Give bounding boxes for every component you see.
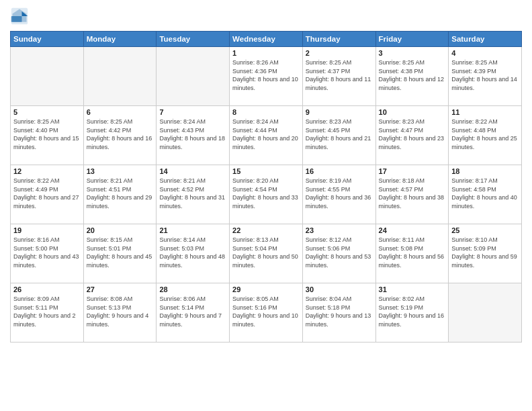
day-info: Sunrise: 8:15 AMSunset: 5:01 PMDaylight:… [87, 236, 154, 269]
calendar-cell [449, 283, 522, 342]
day-number: 4 [451, 49, 519, 57]
day-info: Sunrise: 8:24 AMSunset: 4:43 PMDaylight:… [159, 118, 226, 151]
day-number: 10 [379, 108, 446, 116]
day-info: Sunrise: 8:09 AMSunset: 5:11 PMDaylight:… [13, 295, 81, 328]
day-number: 31 [379, 285, 446, 293]
day-info: Sunrise: 8:16 AMSunset: 5:00 PMDaylight:… [13, 236, 81, 269]
day-number: 26 [13, 285, 81, 293]
day-number: 25 [451, 226, 519, 234]
calendar-cell: 2Sunrise: 8:25 AMSunset: 4:37 PMDaylight… [302, 47, 375, 106]
logo [10, 7, 32, 26]
calendar-header-row: SundayMondayTuesdayWednesdayThursdayFrid… [11, 32, 522, 47]
calendar-day-header: Sunday [11, 32, 84, 47]
calendar-week-row: 26Sunrise: 8:09 AMSunset: 5:11 PMDayligh… [11, 283, 522, 342]
day-number: 15 [232, 167, 300, 175]
day-info: Sunrise: 8:10 AMSunset: 5:09 PMDaylight:… [451, 236, 519, 269]
calendar-cell [157, 47, 230, 106]
day-number: 20 [87, 226, 154, 234]
page: SundayMondayTuesdayWednesdayThursdayFrid… [0, 0, 532, 411]
day-info: Sunrise: 8:05 AMSunset: 5:16 PMDaylight:… [232, 295, 300, 328]
day-number: 1 [232, 49, 300, 57]
calendar-cell: 31Sunrise: 8:02 AMSunset: 5:19 PMDayligh… [375, 283, 449, 342]
day-info: Sunrise: 8:13 AMSunset: 5:04 PMDaylight:… [232, 236, 300, 269]
calendar-cell: 22Sunrise: 8:13 AMSunset: 5:04 PMDayligh… [230, 224, 303, 283]
calendar-cell [11, 47, 84, 106]
day-info: Sunrise: 8:02 AMSunset: 5:19 PMDaylight:… [379, 295, 446, 328]
day-info: Sunrise: 8:11 AMSunset: 5:08 PMDaylight:… [379, 236, 446, 269]
day-info: Sunrise: 8:04 AMSunset: 5:18 PMDaylight:… [306, 295, 373, 328]
day-info: Sunrise: 8:22 AMSunset: 4:48 PMDaylight:… [451, 118, 519, 151]
day-number: 2 [306, 49, 373, 57]
calendar-cell: 23Sunrise: 8:12 AMSunset: 5:06 PMDayligh… [302, 224, 375, 283]
svg-rect-3 [11, 16, 22, 22]
calendar-cell: 20Sunrise: 8:15 AMSunset: 5:01 PMDayligh… [83, 224, 157, 283]
calendar-cell: 30Sunrise: 8:04 AMSunset: 5:18 PMDayligh… [302, 283, 375, 342]
calendar-week-row: 19Sunrise: 8:16 AMSunset: 5:00 PMDayligh… [11, 224, 522, 283]
day-info: Sunrise: 8:21 AMSunset: 4:52 PMDaylight:… [159, 177, 226, 210]
calendar-week-row: 12Sunrise: 8:22 AMSunset: 4:49 PMDayligh… [11, 165, 522, 224]
day-number: 18 [451, 167, 519, 175]
calendar-cell: 1Sunrise: 8:26 AMSunset: 4:36 PMDaylight… [230, 47, 303, 106]
day-number: 13 [87, 167, 154, 175]
day-number: 27 [87, 285, 154, 293]
day-number: 28 [159, 285, 226, 293]
calendar-cell: 15Sunrise: 8:20 AMSunset: 4:54 PMDayligh… [230, 165, 303, 224]
day-number: 30 [306, 285, 373, 293]
calendar-cell [83, 47, 157, 106]
day-info: Sunrise: 8:17 AMSunset: 4:58 PMDaylight:… [451, 177, 519, 210]
calendar-day-header: Wednesday [230, 32, 303, 47]
calendar-day-header: Monday [83, 32, 157, 47]
day-number: 7 [159, 108, 226, 116]
calendar-cell: 9Sunrise: 8:23 AMSunset: 4:45 PMDaylight… [302, 106, 375, 165]
calendar-cell: 8Sunrise: 8:24 AMSunset: 4:44 PMDaylight… [230, 106, 303, 165]
day-number: 23 [306, 226, 373, 234]
calendar-cell: 29Sunrise: 8:05 AMSunset: 5:16 PMDayligh… [230, 283, 303, 342]
calendar-table: SundayMondayTuesdayWednesdayThursdayFrid… [10, 31, 522, 342]
calendar-cell: 16Sunrise: 8:19 AMSunset: 4:55 PMDayligh… [302, 165, 375, 224]
calendar-cell: 11Sunrise: 8:22 AMSunset: 4:48 PMDayligh… [449, 106, 522, 165]
day-info: Sunrise: 8:25 AMSunset: 4:42 PMDaylight:… [87, 118, 154, 151]
calendar-cell: 19Sunrise: 8:16 AMSunset: 5:00 PMDayligh… [11, 224, 84, 283]
calendar-cell: 26Sunrise: 8:09 AMSunset: 5:11 PMDayligh… [11, 283, 84, 342]
day-info: Sunrise: 8:12 AMSunset: 5:06 PMDaylight:… [306, 236, 373, 269]
day-info: Sunrise: 8:06 AMSunset: 5:14 PMDaylight:… [159, 295, 226, 328]
day-number: 9 [306, 108, 373, 116]
day-number: 6 [87, 108, 154, 116]
day-info: Sunrise: 8:18 AMSunset: 4:57 PMDaylight:… [379, 177, 446, 210]
day-info: Sunrise: 8:23 AMSunset: 4:47 PMDaylight:… [379, 118, 446, 151]
calendar-day-header: Friday [375, 32, 449, 47]
day-number: 17 [379, 167, 446, 175]
day-number: 16 [306, 167, 373, 175]
calendar-cell: 6Sunrise: 8:25 AMSunset: 4:42 PMDaylight… [83, 106, 157, 165]
calendar-cell: 21Sunrise: 8:14 AMSunset: 5:03 PMDayligh… [157, 224, 230, 283]
day-number: 3 [379, 49, 446, 57]
header [10, 7, 522, 26]
calendar-cell: 25Sunrise: 8:10 AMSunset: 5:09 PMDayligh… [449, 224, 522, 283]
day-info: Sunrise: 8:24 AMSunset: 4:44 PMDaylight:… [232, 118, 300, 151]
day-info: Sunrise: 8:23 AMSunset: 4:45 PMDaylight:… [306, 118, 373, 151]
day-number: 21 [159, 226, 226, 234]
day-info: Sunrise: 8:25 AMSunset: 4:38 PMDaylight:… [379, 58, 446, 92]
calendar-cell: 27Sunrise: 8:08 AMSunset: 5:13 PMDayligh… [83, 283, 157, 342]
calendar-day-header: Tuesday [157, 32, 230, 47]
calendar-cell: 7Sunrise: 8:24 AMSunset: 4:43 PMDaylight… [157, 106, 230, 165]
day-number: 29 [232, 285, 300, 293]
calendar-week-row: 5Sunrise: 8:25 AMSunset: 4:40 PMDaylight… [11, 106, 522, 165]
day-number: 12 [13, 167, 81, 175]
day-info: Sunrise: 8:25 AMSunset: 4:37 PMDaylight:… [306, 58, 373, 92]
day-info: Sunrise: 8:22 AMSunset: 4:49 PMDaylight:… [13, 177, 81, 210]
calendar-cell: 13Sunrise: 8:21 AMSunset: 4:51 PMDayligh… [83, 165, 157, 224]
calendar-week-row: 1Sunrise: 8:26 AMSunset: 4:36 PMDaylight… [11, 47, 522, 106]
day-info: Sunrise: 8:26 AMSunset: 4:36 PMDaylight:… [232, 58, 300, 92]
day-number: 24 [379, 226, 446, 234]
calendar-day-header: Thursday [302, 32, 375, 47]
calendar-cell: 4Sunrise: 8:25 AMSunset: 4:39 PMDaylight… [449, 47, 522, 106]
day-number: 8 [232, 108, 300, 116]
calendar-cell: 5Sunrise: 8:25 AMSunset: 4:40 PMDaylight… [11, 106, 84, 165]
calendar-cell: 18Sunrise: 8:17 AMSunset: 4:58 PMDayligh… [449, 165, 522, 224]
day-info: Sunrise: 8:20 AMSunset: 4:54 PMDaylight:… [232, 177, 300, 210]
day-number: 22 [232, 226, 300, 234]
day-info: Sunrise: 8:19 AMSunset: 4:55 PMDaylight:… [306, 177, 373, 210]
day-info: Sunrise: 8:14 AMSunset: 5:03 PMDaylight:… [159, 236, 226, 269]
day-number: 14 [159, 167, 226, 175]
